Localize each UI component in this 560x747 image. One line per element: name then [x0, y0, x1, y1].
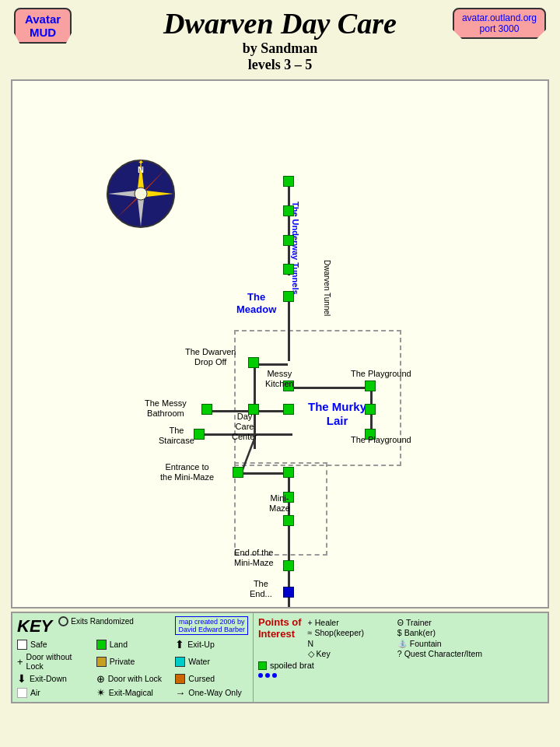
- poi-shop: ≈ Shop(keeper): [308, 628, 393, 637]
- key-left: KEY Exits Randomized map created 2006 by…: [12, 613, 254, 702]
- land-label: Land: [110, 640, 128, 649]
- cursed-box: [175, 674, 185, 684]
- private-box: [96, 657, 107, 667]
- cursed-label: Cursed: [188, 674, 215, 683]
- key-exit-magical: ✴ Exit-Magical: [96, 686, 170, 699]
- avatar-badge: Avatar MUD: [14, 8, 72, 44]
- air-box: [17, 688, 27, 698]
- murky-lair-box: [234, 330, 401, 466]
- exit-down-icon: ⬇: [17, 672, 26, 685]
- exit-up-icon: ⬆: [175, 638, 184, 651]
- shop-icon: ≈: [308, 628, 313, 637]
- fountain-label: Fountain: [410, 639, 442, 648]
- key-door-no-lock: + Door without Lock: [17, 652, 90, 671]
- trainer-icon: Θ: [397, 618, 404, 627]
- door-lock-icon: ⊕: [96, 673, 105, 685]
- byline: by Sandman: [0, 40, 560, 57]
- n-icon: N: [308, 639, 314, 648]
- label-meadow: TheMeadow: [236, 291, 276, 315]
- land-box: [96, 640, 107, 650]
- avatar-line1: Avatar: [25, 12, 61, 26]
- fountain-icon: ⛲: [397, 638, 408, 648]
- safe-box: [17, 640, 27, 650]
- poi-dot-3: [272, 673, 277, 678]
- spoiled-brat-icon: [258, 661, 267, 670]
- key-right: Points ofInterest + Healer Θ Trainer ≈ S…: [254, 613, 548, 702]
- exit-up-label: Exit-Up: [187, 640, 214, 649]
- poi-fountain: ⛲ Fountain: [397, 638, 482, 648]
- node-playground-top: [365, 381, 376, 391]
- key-title: KEY: [17, 616, 52, 637]
- healer-label: Healer: [315, 618, 339, 627]
- exit-magical-icon: ✴: [96, 686, 106, 699]
- node-end-mini-maze: [283, 560, 294, 571]
- map-container: N ✦ The Underway Tunnels Dwarven Tunnel: [11, 79, 549, 608]
- node-dwarven-drop-off: [248, 357, 259, 368]
- label-staircase: TheStaircase: [159, 426, 194, 446]
- label-dwarven-drop-off: The DwarvenDrop Off: [185, 347, 236, 367]
- compass-rose: N ✦: [106, 159, 176, 229]
- label-messy-bathroom: The MessyBathroom: [145, 398, 187, 419]
- header: Avatar MUD Dwarven Day Care by Sandman l…: [0, 0, 560, 76]
- bank-label: Bank(er): [404, 628, 436, 637]
- node-mini-maze-1: [283, 467, 294, 478]
- key-cursed: Cursed: [175, 672, 248, 685]
- label-playground-top: The Playground: [351, 369, 411, 379]
- poi-quest: ? Quest Character/Item: [397, 649, 482, 658]
- node-messy-bathroom: [201, 404, 212, 415]
- door-lock-label: Door with Lock: [108, 674, 162, 683]
- key-safe: Safe: [17, 638, 90, 651]
- poi-bank: $ Bank(er): [397, 628, 482, 637]
- healer-icon: +: [308, 618, 313, 627]
- key-exit-up: ⬆ Exit-Up: [175, 638, 248, 651]
- avatar-line2: MUD: [30, 26, 56, 39]
- shop-label: Shop(keeper): [314, 628, 364, 637]
- node-2: [283, 205, 294, 216]
- private-label: Private: [110, 657, 135, 666]
- key-private: Private: [96, 652, 170, 671]
- trainer-label: Trainer: [406, 618, 432, 627]
- node-3: [283, 235, 294, 246]
- poi-grid: + Healer Θ Trainer ≈ Shop(keeper) $ Bank…: [308, 618, 482, 658]
- key-one-way: → One-Way Only: [175, 686, 248, 699]
- node-murky-2: [365, 404, 376, 415]
- node-murky-1: [283, 404, 294, 415]
- label-murky-lair: The MurkyLair: [308, 400, 366, 428]
- label-mini-maze: Mini-Maze: [269, 493, 290, 514]
- node-entrance-mini-maze: [233, 467, 243, 478]
- node-4: [283, 264, 294, 275]
- node-meadow: [283, 291, 294, 302]
- air-label: Air: [30, 688, 40, 697]
- key-legend-grid: Safe Land ⬆ Exit-Up + Door without Lock …: [17, 638, 248, 699]
- one-way-icon: →: [175, 687, 185, 699]
- poi-title: Points ofInterest: [258, 616, 302, 640]
- quest-label: Quest Character/Item: [404, 649, 482, 658]
- safe-label: Safe: [30, 640, 47, 649]
- svg-text:✦: ✦: [138, 159, 144, 167]
- server-line2: port 3000: [480, 23, 520, 34]
- line-kitchen-h: [288, 387, 370, 389]
- label-entrance-mini-maze: Entrance tothe Mini-Maze: [160, 462, 214, 482]
- label-end-mini-maze: End of theMini-Maze: [234, 548, 274, 568]
- one-way-label: One-Way Only: [188, 688, 241, 697]
- svg-point-9: [135, 188, 147, 200]
- quest-icon: ?: [397, 649, 402, 658]
- key-land: Land: [96, 638, 170, 651]
- water-box: [175, 657, 185, 667]
- key-exit-down: ⬇ Exit-Down: [17, 672, 90, 685]
- key-water: Water: [175, 652, 248, 671]
- key-section: KEY Exits Randomized map created 2006 by…: [11, 612, 549, 703]
- key-door-lock: ⊕ Door with Lock: [96, 672, 170, 685]
- key-label: Key: [317, 649, 331, 658]
- spoiled-brat-entry: spoiled brat: [258, 661, 543, 670]
- label-dwarven-tunnel: Dwarven Tunnel: [323, 260, 331, 316]
- poi-n: N: [308, 638, 393, 648]
- door-no-lock-icon: +: [17, 656, 23, 668]
- node-staircase: [194, 429, 205, 440]
- poi-key: ◇ Key: [308, 649, 393, 658]
- bank-icon: $: [397, 628, 402, 637]
- poi-healer: + Healer: [308, 618, 393, 627]
- exit-down-label: Exit-Down: [30, 674, 67, 683]
- label-messy-kitchen: MessyKitchen: [265, 369, 294, 389]
- spoiled-brat-label: spoiled brat: [270, 661, 314, 670]
